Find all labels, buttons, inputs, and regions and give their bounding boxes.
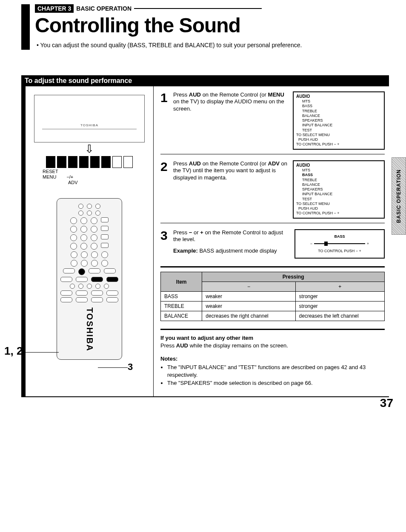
steps-list: 1Press AUD on the Remote Control (or MEN…	[160, 91, 385, 259]
remote-diagram: TOSHIBA	[57, 198, 122, 360]
title-block: CHAPTER 3 BASIC OPERATION Controlling th…	[21, 4, 389, 50]
effects-table: Item Pressing − + BASSweakerstrongerTREB…	[160, 272, 385, 321]
label-menu: MENU	[43, 174, 56, 180]
step-text: Press − or + on the Remote Control to ad…	[173, 229, 290, 255]
other-item-body: Press AUD while the display remains on t…	[160, 342, 385, 350]
step: 2Press AUD on the Remote Control (or ADV…	[160, 160, 385, 219]
notes-head: Notes:	[160, 355, 385, 363]
arrow-down-icon: ⇩	[30, 143, 149, 154]
instructions-column: 1Press AUD on the Remote Control (or MEN…	[154, 86, 389, 396]
page-title: Controlling the Sound	[35, 14, 389, 37]
page-number: 37	[380, 396, 393, 410]
tv-controls-row	[32, 156, 146, 168]
chapter-rule	[134, 8, 262, 9]
note-item: The "SPEAKERS" mode selection is describ…	[167, 379, 385, 387]
illustration-column: TOSHIBA ⇩ RESET MENU −/+ ADV	[26, 86, 154, 396]
step: 3Press − or + on the Remote Control to a…	[160, 229, 385, 259]
title-accent-bar	[21, 4, 30, 50]
step-text: Press AUD on the Remote Control (or ADV …	[173, 160, 289, 182]
side-tab: BASIC OPERATION	[392, 157, 406, 235]
callout-steps-1-2: 1, 2	[4, 344, 23, 358]
step-number: 3	[160, 229, 169, 242]
tv-diagram: TOSHIBA	[34, 95, 145, 142]
remote-brand: TOSHIBA	[85, 307, 94, 352]
osd-menu: AUDIO MTS BASS TREBLE BALANCE SPEAKERS I…	[293, 160, 385, 219]
body-layout: TOSHIBA ⇩ RESET MENU −/+ ADV	[21, 86, 389, 397]
th-item: Item	[161, 272, 202, 292]
other-item-head: If you want to adjust any other item	[160, 334, 385, 342]
tv-control-labels: RESET MENU −/+ ADV	[43, 169, 149, 186]
osd-menu: AUDIO MTS BASS TREBLE BALANCE SPEAKERS I…	[293, 91, 385, 150]
step: 1Press AUD on the Remote Control (or MEN…	[160, 91, 385, 150]
label-reset: RESET	[43, 169, 149, 174]
table-row: BALANCEdecreases the right channeldecrea…	[161, 311, 385, 321]
tv-brand: TOSHIBA	[80, 123, 98, 127]
step-number: 1	[160, 91, 169, 104]
chapter-badge: CHAPTER 3	[35, 4, 74, 13]
other-item-block: If you want to adjust any other item Pre…	[160, 334, 385, 349]
chapter-line: CHAPTER 3 BASIC OPERATION	[35, 4, 389, 13]
label-adv: ADV	[68, 180, 149, 185]
page: CHAPTER 3 BASIC OPERATION Controlling th…	[0, 0, 406, 414]
th-pressing: Pressing	[202, 272, 385, 282]
intro-text: You can adjust the sound quality (BASS, …	[37, 41, 335, 50]
section-heading: To adjust the sound performance	[21, 75, 389, 86]
chapter-suffix: BASIC OPERATION	[76, 5, 132, 12]
step-text: Press AUD on the Remote Control (or MENU…	[173, 91, 289, 113]
th-plus: +	[295, 282, 384, 292]
notes-block: Notes: The "INPUT BALANCE" and "TEST" fu…	[160, 355, 385, 387]
leader-line-12	[25, 352, 59, 353]
step-number: 2	[160, 160, 169, 173]
osd-bass: BASS−+TO CONTROL PUSH − +	[294, 229, 385, 259]
table-row: TREBLEweakerstronger	[161, 302, 385, 311]
leader-line-3	[98, 367, 128, 368]
label-plusminus: −/+	[66, 174, 73, 180]
note-item: The "INPUT BALANCE" and "TEST" functions…	[167, 364, 385, 378]
side-tab-label: BASIC OPERATION	[396, 169, 402, 223]
table-row: BASSweakerstronger	[161, 292, 385, 302]
callout-step-3: 3	[128, 361, 133, 373]
th-minus: −	[202, 282, 295, 292]
